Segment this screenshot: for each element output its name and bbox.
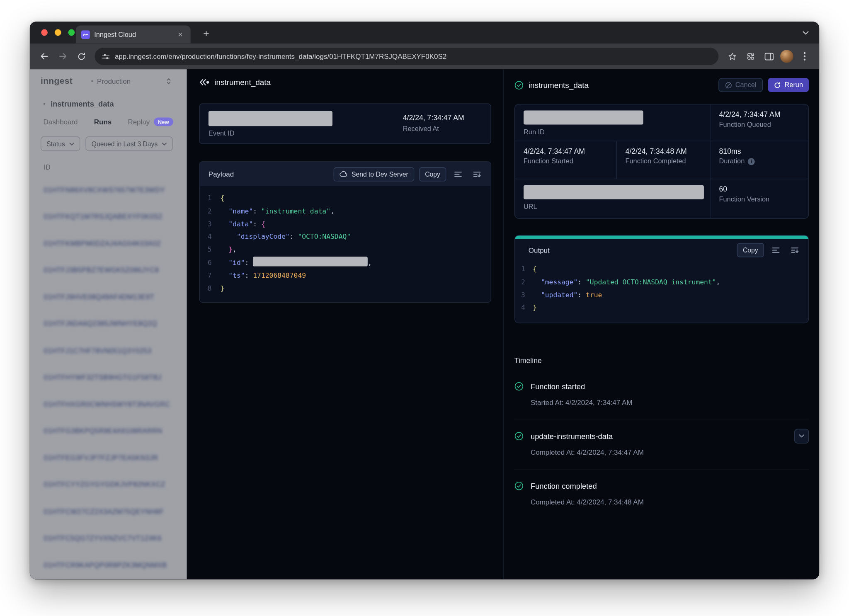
filters-row: Status Queued in Last 3 Days — [41, 136, 175, 151]
output-code[interactable]: 1{2 "message": "Updated OCTO:NASDAQ inst… — [515, 262, 808, 323]
forward-button[interactable] — [53, 47, 72, 65]
bookmark-button[interactable] — [723, 47, 741, 65]
close-window-button[interactable] — [41, 29, 48, 36]
run-id-item[interactable]: 01HTFJ1C7HF78VN051Q3Y0253 — [41, 337, 175, 364]
rerun-refresh-icon — [774, 82, 781, 89]
puzzle-icon — [746, 52, 755, 61]
run-id-item[interactable]: 01HTFEG3FVJP7FZJP7EA5KN3JR — [41, 444, 175, 471]
run-id-item[interactable]: 01HTFC5QG7ZYVXNZVC7VT1Z4K6 — [41, 525, 175, 552]
event-panel: instrument_data Event ID 4/2/24, 7:34:47… — [187, 69, 504, 579]
chevron-down-icon — [162, 142, 167, 146]
run-id-item[interactable]: 01HTFCR9KAPQP0R8PZK3MQNMXB — [41, 552, 175, 579]
run-id-item[interactable]: 01HTFCYYZGYGYGDKJVP82NKXCZ — [41, 471, 175, 498]
reload-icon — [77, 52, 86, 61]
inngest-app: inngest • Production ▪ instruments_data — [30, 69, 819, 579]
wrap-lines-icon — [772, 247, 780, 254]
date-range-filter[interactable]: Queued in Last 3 Days — [85, 136, 172, 151]
back-button[interactable] — [35, 47, 53, 65]
run-id-item[interactable]: 01HTFJ3B5PBZ7EWGK5Z086JYC8 — [41, 257, 175, 284]
reload-button[interactable] — [72, 47, 90, 65]
timeline-item-subtitle: Started At: 4/2/2024, 7:34:47 AM — [531, 399, 809, 407]
function-started-value: 4/2/24, 7:34:47 AM — [524, 147, 610, 155]
extensions-button[interactable] — [741, 47, 759, 65]
output-success-accent-bar — [515, 235, 808, 239]
environment-label: Production — [97, 77, 131, 85]
browser-toolbar: app.inngest.com/env/production/functions… — [30, 43, 819, 69]
expand-payload-button[interactable] — [470, 167, 484, 181]
run-id-item[interactable]: 01HTFKQT1M7RSJQABEXYF0K0S2 — [41, 203, 175, 230]
expand-output-button[interactable] — [788, 243, 802, 257]
minimize-window-button[interactable] — [55, 29, 61, 36]
cancel-button[interactable]: Cancel — [718, 78, 763, 92]
address-bar[interactable]: app.inngest.com/env/production/functions… — [95, 48, 719, 65]
run-id-item[interactable]: 01HTFJ6DA6Q2385JWNHYE8Q2Q — [41, 310, 175, 337]
output-card: Output Copy 1 — [514, 235, 809, 323]
sidebar-tab-runs[interactable]: Runs — [94, 118, 112, 126]
cancel-slash-icon — [725, 82, 732, 89]
run-id-item[interactable]: 01HTFHXGR0CWNHSWY8T3NAVGRC — [41, 391, 175, 418]
payload-copy-button[interactable]: Copy — [419, 167, 446, 181]
tab-close-button[interactable]: × — [175, 29, 185, 39]
timeline-item-subtitle: Completed At: 4/2/2024, 7:34:48 AM — [531, 498, 809, 507]
new-tab-button[interactable]: + — [199, 26, 214, 41]
line-wrap-button[interactable] — [451, 167, 465, 181]
check-circle-icon — [514, 382, 524, 391]
timeline-item-title: Function started — [531, 382, 585, 391]
browser-menu-button[interactable] — [796, 47, 814, 65]
line-number: 7 — [200, 269, 221, 282]
received-at-label: Received At — [403, 125, 482, 133]
send-to-dev-server-button[interactable]: Send to Dev Server — [334, 167, 414, 181]
run-id-item[interactable]: 01HTFCW27CZ2X3AZM75QEYNH8F — [41, 498, 175, 525]
check-circle-icon — [514, 432, 524, 441]
run-id-item[interactable]: 01HTFG3BKPQ5R9E4A9108RARRN — [41, 418, 175, 445]
expand-timeline-item-button[interactable] — [794, 429, 809, 444]
cancel-button-label: Cancel — [735, 81, 757, 89]
function-started-label: Function Started — [524, 158, 610, 165]
date-range-filter-label: Queued in Last 3 Days — [92, 140, 158, 148]
lines-arrow-down-icon — [473, 171, 481, 177]
sidebar-tab-label: Dashboard — [43, 118, 78, 126]
event-title: instrument_data — [214, 78, 271, 87]
timeline-item: Function completed Completed At: 4/2/202… — [514, 470, 809, 519]
run-id-item[interactable]: 01HTFHYWF32TSB9HGTG1F58TBJ — [41, 364, 175, 391]
forward-arrow-icon — [58, 51, 68, 61]
lines-arrow-down-icon — [791, 247, 798, 254]
payload-card: Payload Send to Dev Server Copy — [199, 161, 491, 303]
function-name-row: ▪ instruments_data — [41, 99, 175, 108]
status-filter[interactable]: Status — [41, 136, 80, 151]
sidebar-tab-label: Replay — [128, 118, 150, 126]
output-line-wrap-button[interactable] — [769, 243, 783, 257]
sidebar-tab-replay[interactable]: ReplayNew — [128, 117, 173, 126]
duration-label: Duration — [719, 158, 745, 165]
run-id-item[interactable]: 01HTFN86XV8CXWS7657W7E3WDY — [41, 177, 175, 204]
code-line: 4} — [515, 301, 808, 314]
inngest-logo: inngest — [41, 76, 73, 86]
tab-search-button[interactable] — [799, 26, 813, 40]
desktop: Inngest Cloud × + — [0, 0, 849, 616]
new-badge: New — [153, 117, 173, 126]
run-id-item[interactable]: 01HTFJ9HVE08Q49AF4DM13E9T — [41, 284, 175, 310]
duration-value: 810ms — [719, 147, 802, 155]
side-panel-button[interactable] — [759, 47, 778, 65]
profile-avatar[interactable] — [780, 50, 793, 63]
output-copy-button[interactable]: Copy — [737, 243, 764, 257]
chevron-down-icon — [799, 434, 805, 438]
environment-selector[interactable]: • Production — [91, 77, 175, 85]
line-number: 2 — [515, 276, 533, 289]
line-number: 1 — [200, 192, 221, 204]
payload-code[interactable]: 1{2 "name": "instrument_data",3 "data": … — [200, 186, 490, 302]
rerun-button[interactable]: Rerun — [768, 78, 809, 92]
env-dot-icon: • — [91, 78, 93, 85]
zoom-window-button[interactable] — [68, 29, 75, 36]
run-id-item[interactable]: 01HTFKMBPM0DZAJ4AG04K03A02 — [41, 230, 175, 257]
timeline-item-subtitle: Completed At: 4/2/2024, 7:34:47 AM — [531, 449, 809, 457]
info-icon[interactable]: i — [748, 158, 755, 165]
back-arrow-icon — [39, 51, 49, 61]
sidebar-tabs: DashboardRunsReplayNew — [41, 117, 175, 126]
url-text: app.inngest.com/env/production/functions… — [115, 52, 446, 61]
timeline-item-title: Function completed — [531, 482, 597, 490]
timeline-heading: Timeline — [514, 357, 809, 365]
tab-strip: Inngest Cloud × + — [30, 22, 819, 43]
browser-tab[interactable]: Inngest Cloud × — [76, 25, 191, 43]
sidebar-tab-dashboard[interactable]: Dashboard — [43, 118, 78, 126]
